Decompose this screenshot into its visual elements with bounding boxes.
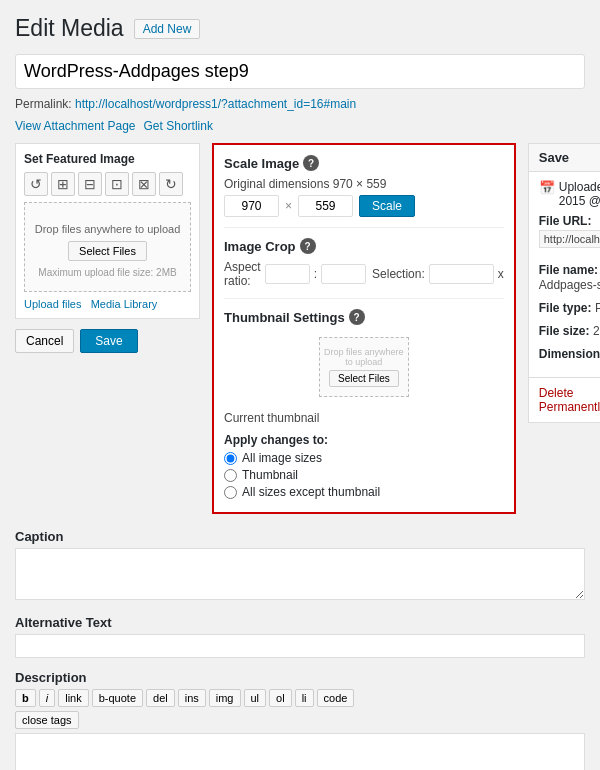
get-shortlink-link[interactable]: Get Shortlink <box>144 119 213 133</box>
rotate-right-icon[interactable]: ↻ <box>159 172 183 196</box>
italic-button[interactable]: i <box>39 689 55 707</box>
alt-text-label: Alternative Text <box>15 615 585 630</box>
scale-dims-row: × Scale <box>224 195 504 217</box>
thumbnail-label[interactable]: Thumbnail <box>242 468 298 482</box>
thumbnail-radio[interactable] <box>224 469 237 482</box>
thumb-select-btn[interactable]: Select Files <box>329 370 399 387</box>
view-attachment-link[interactable]: View Attachment Page <box>15 119 136 133</box>
zoom-icon[interactable]: ⊠ <box>132 172 156 196</box>
featured-image-box: Set Featured Image ↺ ⊞ ⊟ ⊡ ⊠ ↻ Drop file… <box>15 143 200 319</box>
code-button[interactable]: code <box>317 689 355 707</box>
file-name-label: File name: <box>539 263 598 277</box>
scale-help-icon[interactable]: ? <box>303 155 319 171</box>
file-url-label: File URL: <box>539 214 600 228</box>
all-sizes-label[interactable]: All image sizes <box>242 451 322 465</box>
bottom-fields: Caption Alternative Text Description b i… <box>15 529 585 770</box>
aspect-ratio-label: Aspect ratio: : <box>224 260 366 288</box>
divider-2 <box>224 298 504 299</box>
radio-all-except: All sizes except thumbnail <box>224 485 504 499</box>
cancel-button[interactable]: Cancel <box>15 329 74 353</box>
dims-separator: × <box>285 199 292 213</box>
image-crop-section: Image Crop ? <box>224 238 504 254</box>
scale-button[interactable]: Scale <box>359 195 415 217</box>
add-new-button[interactable]: Add New <box>134 19 201 39</box>
page-title: Edit Media <box>15 15 124 42</box>
image-crop-title: Image Crop <box>224 239 296 254</box>
radio-all-sizes: All image sizes <box>224 451 504 465</box>
ol-button[interactable]: ol <box>269 689 292 707</box>
caption-label: Caption <box>15 529 585 544</box>
drop-text: Drop files anywhere to upload <box>33 223 182 235</box>
select-files-button[interactable]: Select Files <box>68 241 147 261</box>
crop-icon[interactable]: ⊞ <box>51 172 75 196</box>
selection-inputs: x <box>429 264 504 284</box>
right-column: Save ▲ 📅 Uploaded on: Aug 22, 2015 @ 07:… <box>528 143 600 514</box>
description-textarea[interactable] <box>15 733 585 770</box>
scale-image-section: Scale Image ? <box>224 155 504 171</box>
file-url-input[interactable] <box>539 230 600 248</box>
aspect-ratio-w-input[interactable] <box>265 264 310 284</box>
scale-height-input[interactable] <box>298 195 353 217</box>
thumb-help-icon[interactable]: ? <box>349 309 365 325</box>
bquote-button[interactable]: b-quote <box>92 689 143 707</box>
permalink-row: Permalink: http://localhost/wordpress1/?… <box>15 97 585 111</box>
crop-help-icon[interactable]: ? <box>300 238 316 254</box>
file-size-label: File size: <box>539 324 590 338</box>
permalink-link[interactable]: http://localhost/wordpress1/?attachment_… <box>75 97 356 111</box>
aspect-ratio-h-input[interactable] <box>321 264 366 284</box>
save-box: Save ▲ 📅 Uploaded on: Aug 22, 2015 @ 07:… <box>528 143 600 423</box>
file-type-block: File type: PNG <box>539 300 600 315</box>
close-tags-button[interactable]: close tags <box>15 711 79 729</box>
divider-1 <box>224 227 504 228</box>
upload-files-link[interactable]: Upload files <box>24 298 81 310</box>
selection-input[interactable] <box>429 264 494 284</box>
calendar-icon: 📅 <box>539 180 555 195</box>
action-buttons: Cancel Save <box>15 329 200 353</box>
file-type-label: File type: <box>539 301 592 315</box>
img-button[interactable]: img <box>209 689 241 707</box>
bold-button[interactable]: b <box>15 689 36 707</box>
file-size-value: 25 kB <box>593 324 600 338</box>
caption-field-group: Caption <box>15 529 585 603</box>
scale-width-input[interactable] <box>224 195 279 217</box>
upload-links: Upload files Media Library <box>24 298 191 310</box>
page-header: Edit Media Add New <box>15 15 585 42</box>
ul-button[interactable]: ul <box>244 689 267 707</box>
dimensions-block: Dimensions: 970 × 559 <box>539 346 600 361</box>
li-button[interactable]: li <box>295 689 314 707</box>
description-toolbar: b i link b-quote del ins img ul ol li co… <box>15 689 585 707</box>
media-library-link[interactable]: Media Library <box>91 298 158 310</box>
all-except-label[interactable]: All sizes except thumbnail <box>242 485 380 499</box>
rotate-left-icon[interactable]: ↺ <box>24 172 48 196</box>
max-upload-note: Maximum upload file size: 2MB <box>33 267 182 278</box>
flip-v-icon[interactable]: ⊟ <box>78 172 102 196</box>
media-title-input[interactable] <box>15 54 585 89</box>
file-url-block: File URL: <box>539 214 600 254</box>
description-field-group: Description b i link b-quote del ins img… <box>15 670 585 770</box>
flip-h-icon[interactable]: ⊡ <box>105 172 129 196</box>
alt-text-input[interactable] <box>15 634 585 658</box>
thumbnail-preview-box: Drop files anywhere to upload Select Fil… <box>319 337 409 397</box>
all-sizes-radio[interactable] <box>224 452 237 465</box>
uploaded-label: Uploaded on: <box>559 180 600 194</box>
nav-links: View Attachment Page Get Shortlink <box>15 119 585 133</box>
thumbnail-preview-area: Drop files anywhere to upload Select Fil… <box>224 331 504 407</box>
main-content: Set Featured Image ↺ ⊞ ⊟ ⊡ ⊠ ↻ Drop file… <box>15 143 585 514</box>
all-except-radio[interactable] <box>224 486 237 499</box>
file-name-block: File name: WordPress-Addpages-step9.png <box>539 262 600 292</box>
del-button[interactable]: del <box>146 689 175 707</box>
upload-toolbar: ↺ ⊞ ⊟ ⊡ ⊠ ↻ <box>24 172 191 196</box>
dimensions-label: Dimensions: <box>539 347 600 361</box>
caption-textarea[interactable] <box>15 548 585 600</box>
save-button[interactable]: Save <box>80 329 137 353</box>
alt-text-field-group: Alternative Text <box>15 615 585 658</box>
scale-image-title: Scale Image <box>224 156 299 171</box>
delete-permanently-link[interactable]: Delete Permanently <box>539 386 600 414</box>
crop-grid: Aspect ratio: : Selection: x <box>224 260 504 288</box>
link-button[interactable]: link <box>58 689 89 707</box>
left-column: Set Featured Image ↺ ⊞ ⊟ ⊡ ⊠ ↻ Drop file… <box>15 143 200 514</box>
current-thumb-label: Current thumbnail <box>224 411 504 425</box>
file-type-value: PNG <box>595 301 600 315</box>
uploaded-row: 📅 Uploaded on: Aug 22, 2015 @ 07:39 <box>539 180 600 208</box>
ins-button[interactable]: ins <box>178 689 206 707</box>
